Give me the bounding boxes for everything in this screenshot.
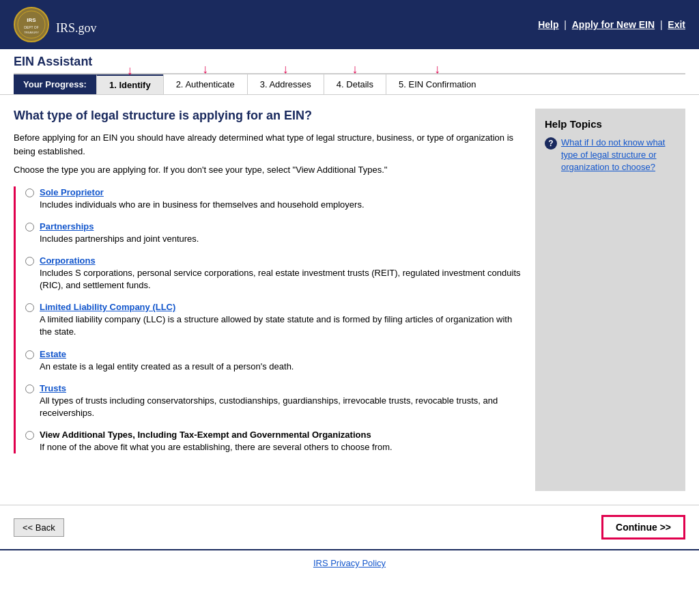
additional-types-label[interactable]: View Additional Types, Including Tax-Exe… [40, 430, 371, 440]
tab-details-label: 4. Details [337, 79, 373, 89]
tab-confirmation-label: 5. EIN Confirmation [399, 79, 476, 89]
tab-ein-confirmation[interactable]: ↓ 5. EIN Confirmation [386, 74, 488, 94]
trusts-text: Trusts All types of trusts including con… [40, 382, 522, 419]
intro-text-2: Choose the type you are applying for. If… [14, 163, 522, 177]
progress-label: Your Progress: [14, 74, 96, 94]
llc-label[interactable]: Limited Liability Company (LLC) [40, 302, 175, 312]
help-topics-title: Help Topics [545, 118, 676, 130]
additional-types-text: View Additional Types, Including Tax-Exe… [40, 429, 393, 453]
tab-addresses-label: 3. Addresses [260, 79, 311, 89]
options-container: Sole Proprietor Includes individuals who… [14, 186, 522, 454]
radio-llc[interactable] [25, 303, 34, 312]
sole-proprietor-text: Sole Proprietor Includes individuals who… [40, 186, 365, 211]
tab-addresses[interactable]: ↓ 3. Addresses [247, 74, 324, 94]
radio-partnerships[interactable] [25, 223, 34, 232]
estate-text: Estate An estate is a legal entity creat… [40, 348, 294, 373]
tab-authenticate-label: 2. Authenticate [176, 79, 235, 89]
tab-identify[interactable]: ↓ 1. Identify [96, 74, 163, 94]
page-footer: IRS Privacy Policy [0, 549, 699, 575]
svg-text:TREASURY: TREASURY [24, 31, 39, 34]
radio-corporations[interactable] [25, 257, 34, 266]
svg-point-0 [14, 8, 48, 42]
arrow-identify-icon: ↓ [127, 64, 133, 78]
ein-assistant-title: EIN Assistant [14, 55, 685, 73]
help-legal-structure-link[interactable]: What if I do not know what type of legal… [561, 137, 676, 174]
arrow-details-icon: ↓ [352, 62, 358, 76]
ein-assistant-bar: EIN Assistant Your Progress: ↓ 1. Identi… [0, 49, 699, 95]
corporations-label[interactable]: Corporations [40, 255, 96, 266]
option-corporations: Corporations Includes S corporations, pe… [25, 255, 522, 292]
arrow-addresses-icon: ↓ [283, 62, 289, 76]
help-sidebar: Help Topics ? What if I do not know what… [535, 109, 685, 491]
irs-seal-icon: IRS DEPT OF TREASURY [14, 7, 49, 42]
back-button[interactable]: << Back [14, 518, 64, 537]
trusts-desc: All types of trusts including conservato… [40, 395, 522, 419]
radio-estate[interactable] [25, 350, 34, 359]
radio-sole-proprietor[interactable] [25, 188, 34, 197]
header-navigation: Help | Apply for New EIN | Exit [538, 19, 685, 30]
estate-desc: An estate is a legal entity created as a… [40, 361, 294, 373]
help-item-legal-structure: ? What if I do not know what type of leg… [545, 137, 676, 174]
intro-text-1: Before applying for an EIN you should ha… [14, 131, 522, 158]
corporations-text: Corporations Includes S corporations, pe… [40, 255, 522, 292]
sole-proprietor-desc: Includes individuals who are in business… [40, 199, 365, 211]
partnerships-desc: Includes partnerships and joint ventures… [40, 233, 199, 245]
page-header: IRS DEPT OF TREASURY IRS.gov Help | Appl… [0, 0, 699, 49]
privacy-policy-link[interactable]: IRS Privacy Policy [313, 558, 386, 568]
page-title: What type of legal structure is applying… [14, 109, 522, 123]
partnerships-text: Partnerships Includes partnerships and j… [40, 221, 199, 245]
help-question-icon: ? [545, 137, 557, 150]
partnerships-label[interactable]: Partnerships [40, 221, 94, 232]
bottom-navigation: << Back Continue >> [0, 505, 699, 549]
arrow-confirmation-icon: ↓ [434, 62, 440, 76]
tab-details[interactable]: ↓ 4. Details [324, 74, 386, 94]
help-link[interactable]: Help [538, 19, 558, 30]
option-trusts: Trusts All types of trusts including con… [25, 382, 522, 419]
irs-logo-text: IRS.gov [56, 12, 97, 38]
option-llc: Limited Liability Company (LLC) A limite… [25, 301, 522, 338]
continue-button[interactable]: Continue >> [601, 515, 685, 540]
llc-text: Limited Liability Company (LLC) A limite… [40, 301, 522, 338]
additional-types-desc: If none of the above fit what you are es… [40, 441, 393, 453]
left-content: What type of legal structure is applying… [14, 109, 522, 491]
arrow-authenticate-icon: ↓ [202, 62, 208, 76]
main-content: What type of legal structure is applying… [0, 95, 699, 505]
tab-identify-label: 1. Identify [109, 80, 151, 90]
option-sole-proprietor: Sole Proprietor Includes individuals who… [25, 186, 522, 211]
radio-trusts[interactable] [25, 384, 34, 393]
svg-text:DEPT OF: DEPT OF [24, 25, 39, 29]
exit-link[interactable]: Exit [668, 19, 685, 30]
option-partnerships: Partnerships Includes partnerships and j… [25, 221, 522, 245]
estate-label[interactable]: Estate [40, 349, 66, 359]
sole-proprietor-label[interactable]: Sole Proprietor [40, 187, 104, 197]
corporations-desc: Includes S corporations, personal servic… [40, 267, 522, 292]
llc-desc: A limited liability company (LLC) is a s… [40, 313, 522, 338]
radio-additional-types[interactable] [25, 431, 34, 440]
option-estate: Estate An estate is a legal entity creat… [25, 348, 522, 373]
progress-bar: Your Progress: ↓ 1. Identify ↓ 2. Authen… [14, 73, 685, 94]
option-additional-types: View Additional Types, Including Tax-Exe… [25, 429, 522, 453]
trusts-label[interactable]: Trusts [40, 383, 66, 393]
irs-logo: IRS DEPT OF TREASURY IRS.gov [14, 7, 97, 42]
svg-text:IRS: IRS [27, 17, 36, 23]
apply-for-new-ein-link[interactable]: Apply for New EIN [572, 19, 655, 30]
tab-authenticate[interactable]: ↓ 2. Authenticate [163, 74, 247, 94]
